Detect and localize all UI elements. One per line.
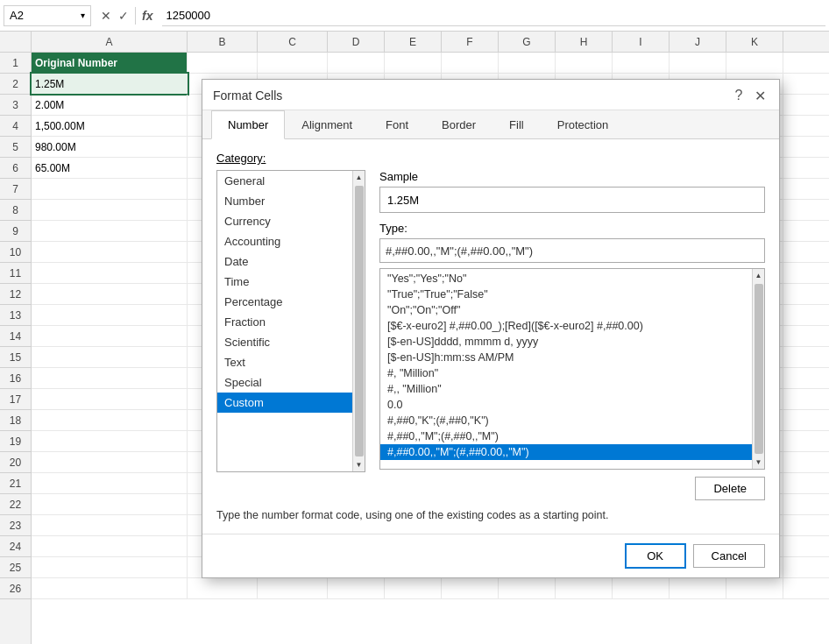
cell-r1-c9[interactable]: [670, 53, 726, 73]
tab-protection[interactable]: Protection: [541, 110, 626, 139]
col-header-c[interactable]: C: [258, 32, 328, 52]
cell-r1-c5[interactable]: [442, 53, 499, 73]
col-header-k[interactable]: K: [726, 32, 783, 52]
row-header-25[interactable]: 25: [0, 557, 31, 578]
row-header-1[interactable]: 1: [0, 53, 31, 74]
category-item-custom[interactable]: Custom: [217, 393, 352, 413]
type-item-11[interactable]: #,##0,,"M";(#,##0,,"M"): [380, 428, 764, 444]
cell-r1-c8[interactable]: [613, 53, 670, 73]
type-item-8[interactable]: #,, "Million": [380, 381, 764, 397]
cell-r26-c0[interactable]: [32, 578, 188, 598]
cell-r20-c0[interactable]: [32, 452, 188, 472]
confirm-formula-icon[interactable]: ✓: [116, 7, 131, 25]
cell-r26-c6[interactable]: [499, 578, 556, 598]
cell-r1-c0[interactable]: Original Number: [32, 53, 188, 73]
category-item-percentage[interactable]: Percentage: [217, 292, 352, 312]
row-header-14[interactable]: 14: [0, 326, 31, 347]
cell-r1-c10[interactable]: [726, 53, 783, 73]
cell-r15-c0[interactable]: [32, 347, 188, 367]
row-header-8[interactable]: 8: [0, 200, 31, 221]
cell-r25-c0[interactable]: [32, 557, 188, 577]
type-item-5[interactable]: [$-en-US]dddd, mmmm d, yyyy: [380, 334, 764, 350]
cell-r18-c0[interactable]: [32, 410, 188, 430]
cell-r21-c0[interactable]: [32, 473, 188, 493]
row-header-16[interactable]: 16: [0, 368, 31, 389]
cell-r1-c1[interactable]: [188, 53, 258, 73]
cell-r3-c0[interactable]: 2.00M: [32, 95, 188, 115]
type-item-3[interactable]: "On";"On";"Off": [380, 302, 764, 318]
tab-border[interactable]: Border: [425, 110, 492, 139]
cell-r26-c1[interactable]: [188, 578, 258, 598]
cell-r26-c5[interactable]: [442, 578, 499, 598]
col-header-i[interactable]: I: [613, 32, 670, 52]
category-item-text[interactable]: Text: [217, 352, 352, 372]
cell-r13-c0[interactable]: [32, 305, 188, 325]
col-header-a[interactable]: A: [32, 32, 188, 52]
col-header-g[interactable]: G: [499, 32, 556, 52]
row-header-24[interactable]: 24: [0, 536, 31, 557]
type-item-10[interactable]: #,##0,"K";(#,##0,"K"): [380, 413, 764, 428]
row-header-23[interactable]: 23: [0, 515, 31, 536]
type-item-9[interactable]: 0.0: [380, 397, 764, 413]
cell-r26-c7[interactable]: [556, 578, 613, 598]
row-header-13[interactable]: 13: [0, 305, 31, 326]
type-item-4[interactable]: [$€-x-euro2] #,##0.00_);[Red]([$€-x-euro…: [380, 318, 764, 334]
tab-alignment[interactable]: Alignment: [285, 110, 369, 139]
row-header-7[interactable]: 7: [0, 179, 31, 200]
cell-r22-c0[interactable]: [32, 494, 188, 514]
cell-r6-c0[interactable]: 65.00M: [32, 158, 188, 178]
row-header-12[interactable]: 12: [0, 284, 31, 305]
row-header-3[interactable]: 3: [0, 95, 31, 116]
cat-scroll-down[interactable]: ▼: [356, 458, 363, 471]
row-header-5[interactable]: 5: [0, 137, 31, 158]
cell-r9-c0[interactable]: [32, 221, 188, 241]
type-item-1[interactable]: "Yes";"Yes";"No": [380, 271, 764, 287]
cell-r8-c0[interactable]: [32, 200, 188, 220]
category-item-scientific[interactable]: Scientific: [217, 332, 352, 352]
row-header-15[interactable]: 15: [0, 347, 31, 368]
row-header-22[interactable]: 22: [0, 494, 31, 515]
delete-button[interactable]: Delete: [695, 477, 765, 500]
cell-r10-c0[interactable]: [32, 242, 188, 262]
cell-r11-c0[interactable]: [32, 263, 188, 283]
cat-scrollbar-thumb[interactable]: [355, 186, 364, 456]
col-header-b[interactable]: B: [188, 32, 258, 52]
dialog-close-button[interactable]: ✕: [751, 87, 769, 104]
cell-r24-c0[interactable]: [32, 536, 188, 556]
cell-r26-c4[interactable]: [385, 578, 442, 598]
cell-r4-c0[interactable]: 1,500.00M: [32, 116, 188, 136]
row-header-20[interactable]: 20: [0, 452, 31, 473]
category-item-time[interactable]: Time: [217, 272, 352, 292]
cell-r12-c0[interactable]: [32, 284, 188, 304]
row-header-4[interactable]: 4: [0, 116, 31, 137]
dialog-help-button[interactable]: ?: [730, 87, 748, 104]
col-header-d[interactable]: D: [328, 32, 385, 52]
cell-r17-c0[interactable]: [32, 389, 188, 409]
type-item-7[interactable]: #, "Million": [380, 365, 764, 381]
cancel-button[interactable]: Cancel: [693, 544, 765, 568]
cat-scroll-up[interactable]: ▲: [356, 171, 363, 184]
cancel-formula-icon[interactable]: ✕: [98, 7, 114, 25]
row-header-17[interactable]: 17: [0, 389, 31, 410]
type-item-2[interactable]: "True";"True";"False": [380, 287, 764, 302]
category-item-special[interactable]: Special: [217, 372, 352, 393]
tab-fill[interactable]: Fill: [492, 110, 541, 139]
formula-input[interactable]: [162, 5, 825, 26]
insert-function-icon[interactable]: fx: [139, 7, 155, 25]
row-header-11[interactable]: 11: [0, 263, 31, 284]
cell-r23-c0[interactable]: [32, 515, 188, 535]
category-item-accounting[interactable]: Accounting: [217, 231, 352, 251]
type-item-6[interactable]: [$-en-US]h:mm:ss AM/PM: [380, 350, 764, 365]
cell-r1-c4[interactable]: [385, 53, 442, 73]
cell-r26-c9[interactable]: [670, 578, 726, 598]
cell-r2-c0[interactable]: 1.25M: [32, 74, 188, 94]
col-header-e[interactable]: E: [385, 32, 442, 52]
type-input[interactable]: [379, 238, 765, 263]
category-item-fraction[interactable]: Fraction: [217, 312, 352, 332]
category-item-date[interactable]: Date: [217, 251, 352, 272]
col-header-j[interactable]: J: [670, 32, 726, 52]
row-header-18[interactable]: 18: [0, 410, 31, 431]
row-header-9[interactable]: 9: [0, 221, 31, 242]
cell-r19-c0[interactable]: [32, 431, 188, 451]
col-header-f[interactable]: F: [442, 32, 499, 52]
